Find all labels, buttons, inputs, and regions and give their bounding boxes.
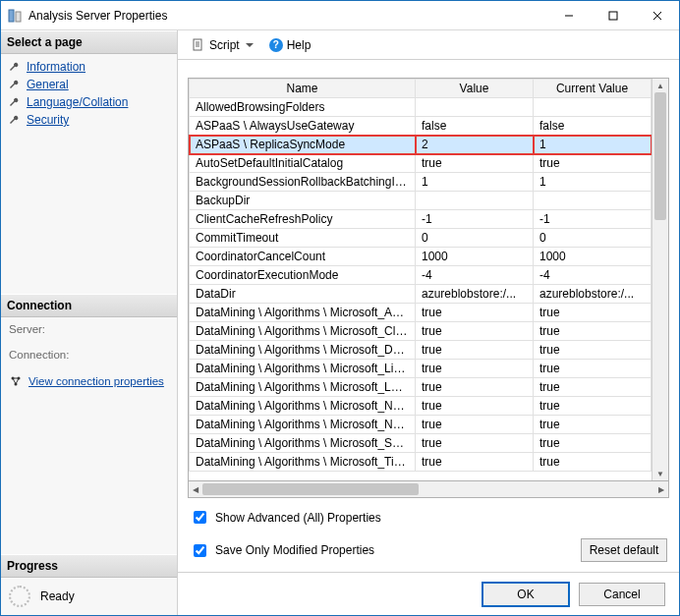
table-row[interactable]: ASPaaS \ AlwaysUseGatewayfalsefalse — [190, 117, 652, 136]
view-connection-properties-link[interactable]: View connection properties — [9, 374, 169, 388]
cell-current[interactable]: 1 — [534, 136, 652, 154]
table-row[interactable]: CoordinatorExecutionMode-4-4 — [190, 266, 652, 285]
save-only-modified-checkbox[interactable]: Save Only Modified Properties — [190, 541, 374, 560]
scrollbar-thumb[interactable] — [654, 92, 666, 220]
cell-value[interactable]: true — [416, 397, 534, 416]
chevron-up-icon[interactable]: ▲ — [652, 79, 668, 92]
cell-name[interactable]: DataMining \ Algorithms \ Microsoft_Logi… — [190, 378, 416, 397]
sidebar-page-link[interactable]: General — [5, 76, 173, 93]
table-row[interactable]: DataDirazureblobstore:/...azureblobstore… — [190, 285, 652, 304]
ok-button[interactable]: OK — [482, 583, 569, 606]
table-row[interactable]: ClientCacheRefreshPolicy-1-1 — [190, 210, 652, 229]
table-row[interactable]: ASPaaS \ ReplicaSyncMode21 — [190, 136, 652, 154]
cell-value[interactable]: 1 — [416, 173, 534, 192]
table-row[interactable]: DataMining \ Algorithms \ Microsoft_Clus… — [190, 322, 652, 341]
table-row[interactable]: BackgroundSessionRollbackBatchingInterva… — [190, 173, 652, 192]
show-advanced-input[interactable] — [194, 511, 206, 524]
table-row[interactable]: BackupDir — [190, 192, 652, 210]
sidebar-page-link[interactable]: Language/Collation — [5, 93, 173, 111]
cell-value[interactable]: false — [416, 117, 534, 136]
horizontal-scrollbar[interactable]: ◀ ▶ — [188, 481, 669, 498]
chevron-right-icon[interactable]: ▶ — [654, 481, 668, 497]
cell-name[interactable]: ClientCacheRefreshPolicy — [190, 210, 416, 229]
cell-value[interactable]: true — [416, 416, 534, 434]
cell-value[interactable]: true — [416, 360, 534, 378]
cell-value[interactable]: true — [416, 154, 534, 173]
cancel-button[interactable]: Cancel — [579, 583, 665, 606]
cell-value[interactable]: true — [416, 453, 534, 472]
table-row[interactable]: DataMining \ Algorithms \ Microsoft_Deci… — [190, 341, 652, 360]
sidebar-page-link[interactable]: Security — [5, 111, 173, 129]
help-button[interactable]: ? Help — [263, 35, 317, 55]
column-header-current[interactable]: Current Value — [534, 80, 652, 98]
table-row[interactable]: DataMining \ Algorithms \ Microsoft_Logi… — [190, 378, 652, 397]
properties-grid[interactable]: Name Value Current Value AllowedBrowsing… — [188, 78, 669, 481]
cell-name[interactable]: AllowedBrowsingFolders — [190, 98, 416, 117]
script-button[interactable]: Script — [186, 35, 259, 55]
cell-name[interactable]: CoordinatorCancelCount — [190, 248, 416, 266]
cell-name[interactable]: DataMining \ Algorithms \ Microsoft_Sequ… — [190, 434, 416, 453]
cell-current[interactable]: true — [534, 378, 652, 397]
cell-value[interactable]: true — [416, 341, 534, 360]
table-row[interactable]: DataMining \ Algorithms \ Microsoft_Time… — [190, 453, 652, 472]
column-header-value[interactable]: Value — [416, 80, 534, 98]
table-row[interactable]: AutoSetDefaultInitialCatalogtruetrue — [190, 154, 652, 173]
cell-name[interactable]: ASPaaS \ AlwaysUseGateway — [190, 117, 416, 136]
table-row[interactable]: DataMining \ Algorithms \ Microsoft_Neur… — [190, 416, 652, 434]
cell-current[interactable]: true — [534, 453, 652, 472]
cell-name[interactable]: DataMining \ Algorithms \ Microsoft_Line… — [190, 360, 416, 378]
table-row[interactable]: AllowedBrowsingFolders — [190, 98, 652, 117]
cell-value[interactable] — [416, 192, 534, 210]
cell-name[interactable]: CoordinatorExecutionMode — [190, 266, 416, 285]
cell-value[interactable]: true — [416, 378, 534, 397]
cell-name[interactable]: CommitTimeout — [190, 229, 416, 248]
cell-name[interactable]: DataMining \ Algorithms \ Microsoft_Neur… — [190, 416, 416, 434]
table-row[interactable]: CommitTimeout00 — [190, 229, 652, 248]
table-row[interactable]: DataMining \ Algorithms \ Microsoft_Asso… — [190, 304, 652, 322]
cell-current[interactable] — [534, 192, 652, 210]
minimize-button[interactable] — [546, 1, 591, 29]
table-row[interactable]: DataMining \ Algorithms \ Microsoft_Line… — [190, 360, 652, 378]
column-header-name[interactable]: Name — [190, 80, 416, 98]
reset-default-button[interactable]: Reset default — [581, 538, 667, 562]
cell-value[interactable]: azureblobstore:/... — [416, 285, 534, 304]
table-row[interactable]: CoordinatorCancelCount10001000 — [190, 248, 652, 266]
chevron-down-icon[interactable]: ▼ — [652, 467, 668, 480]
cell-current[interactable]: true — [534, 341, 652, 360]
cell-value[interactable] — [416, 98, 534, 117]
cell-value[interactable]: -4 — [416, 266, 534, 285]
vertical-scrollbar[interactable]: ▲ ▼ — [652, 79, 668, 480]
save-only-modified-input[interactable] — [194, 544, 206, 557]
cell-name[interactable]: DataMining \ Algorithms \ Microsoft_Asso… — [190, 304, 416, 322]
cell-name[interactable]: DataMining \ Algorithms \ Microsoft_Clus… — [190, 322, 416, 341]
show-advanced-checkbox[interactable]: Show Advanced (All) Properties — [190, 508, 667, 527]
cell-current[interactable]: -1 — [534, 210, 652, 229]
cell-current[interactable]: false — [534, 117, 652, 136]
chevron-left-icon[interactable]: ◀ — [189, 481, 202, 497]
cell-name[interactable]: DataMining \ Algorithms \ Microsoft_Deci… — [190, 341, 416, 360]
cell-name[interactable]: DataMining \ Algorithms \ Microsoft_Time… — [190, 453, 416, 472]
cell-name[interactable]: DataDir — [190, 285, 416, 304]
cell-value[interactable]: true — [416, 322, 534, 341]
maximize-button[interactable] — [591, 1, 635, 29]
cell-current[interactable]: -4 — [534, 266, 652, 285]
cell-current[interactable]: azureblobstore:/... — [534, 285, 652, 304]
cell-current[interactable]: true — [534, 154, 652, 173]
cell-value[interactable]: true — [416, 434, 534, 453]
table-row[interactable]: DataMining \ Algorithms \ Microsoft_Sequ… — [190, 434, 652, 453]
close-button[interactable] — [635, 1, 679, 29]
cell-current[interactable]: true — [534, 360, 652, 378]
scrollbar-thumb[interactable] — [202, 483, 419, 495]
cell-name[interactable]: BackupDir — [190, 192, 416, 210]
cell-name[interactable]: AutoSetDefaultInitialCatalog — [190, 154, 416, 173]
cell-current[interactable]: 1 — [534, 173, 652, 192]
cell-name[interactable]: BackgroundSessionRollbackBatchingInterva… — [190, 173, 416, 192]
cell-name[interactable]: DataMining \ Algorithms \ Microsoft_Naiv… — [190, 397, 416, 416]
cell-value[interactable]: 1000 — [416, 248, 534, 266]
cell-current[interactable]: 1000 — [534, 248, 652, 266]
cell-value[interactable]: 0 — [416, 229, 534, 248]
sidebar-page-link[interactable]: Information — [5, 58, 173, 76]
cell-value[interactable]: true — [416, 304, 534, 322]
cell-value[interactable]: -1 — [416, 210, 534, 229]
cell-current[interactable]: true — [534, 434, 652, 453]
